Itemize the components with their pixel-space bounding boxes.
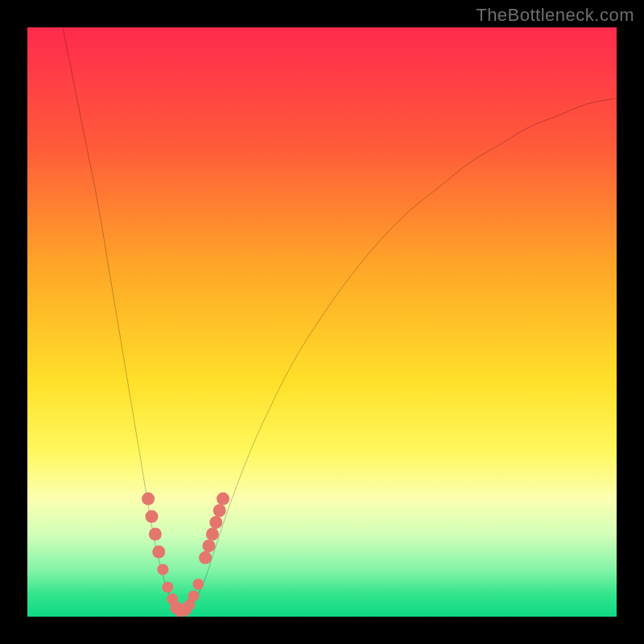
highlight-dot	[145, 510, 158, 523]
chart-stage: TheBottleneck.com	[0, 0, 644, 644]
highlight-dot	[142, 493, 155, 506]
highlight-dot	[209, 516, 222, 529]
curve-layer	[27, 27, 617, 617]
highlight-dot	[213, 504, 226, 517]
watermark-text: TheBottleneck.com	[476, 5, 634, 26]
highlight-dot	[217, 493, 229, 506]
highlight-dot	[199, 551, 212, 564]
highlight-dot	[162, 581, 173, 592]
bottleneck-curve	[63, 27, 617, 612]
highlight-dot	[188, 590, 199, 601]
highlight-dot	[149, 528, 162, 541]
plot-area	[27, 27, 617, 617]
highlight-dot	[152, 545, 165, 558]
highlight-dots-group	[142, 493, 229, 617]
highlight-dot	[157, 564, 168, 575]
highlight-dot	[192, 579, 204, 590]
highlight-dot	[202, 539, 215, 552]
highlight-dot	[206, 528, 219, 541]
